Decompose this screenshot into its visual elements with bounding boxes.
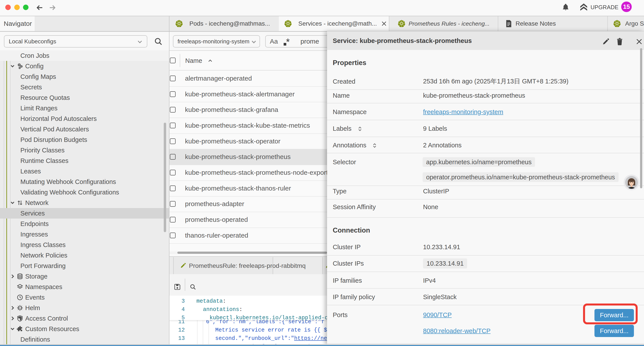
svg-text:HELM: HELM [18,307,22,309]
